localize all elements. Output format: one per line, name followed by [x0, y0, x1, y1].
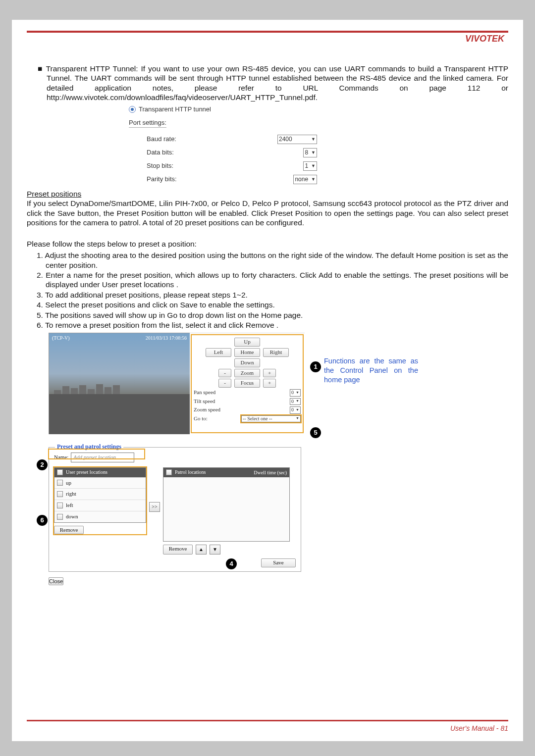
table-row[interactable]: up [54, 477, 146, 489]
preset-para: If you select DynaDome/SmartDOME, Lilin … [27, 199, 508, 227]
user-preset-table: User preset locations up right left down [54, 467, 146, 523]
paritybits-label: Parity bits: [147, 175, 177, 183]
zoom-in-button[interactable]: + [263, 369, 276, 378]
move-right-button[interactable]: >> [149, 502, 160, 512]
paritybits-select[interactable]: none▼ [293, 175, 317, 184]
baud-select[interactable]: 2400▼ [277, 135, 317, 144]
name-label: Name: [54, 454, 68, 461]
chevron-down-icon: ▼ [311, 137, 316, 142]
tilt-speed-label: Tilt speed [194, 398, 215, 405]
page-footer: User's Manual - 81 [450, 724, 508, 732]
stopbits-label: Stop bits: [147, 162, 173, 170]
databits-label: Data bits: [147, 149, 174, 156]
checkbox[interactable] [57, 514, 63, 520]
zoom-label: Zoom [234, 369, 260, 378]
up-button[interactable]: Up [234, 338, 260, 347]
chevron-down-icon: ▼ [296, 399, 299, 403]
chevron-down-icon: ▼ [296, 408, 299, 412]
tilt-speed-select[interactable]: 0▼ [290, 398, 301, 405]
patrol-table: Patrol locations Dwell time (sec) [163, 467, 290, 542]
chevron-down-icon: ▼ [311, 150, 316, 155]
pan-speed-select[interactable]: 0▼ [290, 389, 301, 397]
hdr-user-preset: User preset locations [66, 469, 107, 476]
step-2: 2. Enter a name for the preset position,… [46, 270, 508, 290]
checkbox[interactable] [57, 503, 63, 508]
hdr-dwell: Dwell time (sec) [254, 470, 287, 475]
left-button[interactable]: Left [206, 348, 231, 357]
panel-legend: Preset and patrol settings [55, 443, 123, 451]
zoom-out-button[interactable]: - [218, 369, 231, 378]
table-row[interactable]: right [54, 488, 146, 500]
port-settings-panel: Transparent HTTP tunnel Port settings: B… [129, 105, 317, 187]
step-4: 4. Select the preset positions and click… [46, 300, 508, 309]
table-row[interactable]: left [54, 500, 146, 511]
ptz-control-panel: Up Left Home Right Down - Zoom + - Focu [190, 333, 305, 434]
goto-select[interactable]: -- Select one --▼ [241, 415, 301, 423]
home-button[interactable]: Home [234, 348, 260, 357]
radio-label: Transparent HTTP tunnel [139, 105, 211, 113]
badge-2: 2 [37, 459, 48, 470]
annotation-note: Functions are the same as the Control Pa… [324, 356, 418, 385]
steps-intro: Please follow the steps below to preset … [27, 239, 508, 249]
port-settings-title: Port settings: [129, 119, 166, 128]
brand-title: VIVOTEK [27, 34, 508, 44]
checkbox[interactable] [57, 491, 63, 497]
step-6: 6. To remove a preset position from the … [46, 320, 508, 330]
checkbox-all-patrol[interactable] [166, 469, 172, 475]
stopbits-select[interactable]: 1▼ [303, 161, 317, 171]
goto-label: Go to: [194, 415, 208, 422]
badge-5: 5 [310, 427, 321, 438]
chevron-down-icon: ▼ [296, 416, 299, 421]
badge-6: 6 [37, 515, 48, 526]
databits-select[interactable]: 8▼ [303, 148, 317, 157]
zoom-speed-select[interactable]: 0▼ [290, 406, 301, 414]
move-up-button[interactable]: ▲ [196, 545, 207, 554]
osd-source: (TCP-V) [52, 335, 70, 342]
preset-heading: Preset positions [27, 189, 508, 199]
chevron-down-icon: ▼ [296, 391, 299, 395]
focus-in-button[interactable]: + [263, 379, 276, 388]
osd-timestamp: 2011/03/13 17:08:56 [146, 335, 187, 342]
zoom-speed-label: Zoom speed [194, 406, 220, 413]
pan-speed-label: Pan speed [194, 389, 215, 396]
chevron-down-icon: ▼ [311, 177, 316, 182]
save-button[interactable]: Save [261, 558, 296, 567]
right-button[interactable]: Right [263, 348, 289, 357]
video-preview: (TCP-V) 2011/03/13 17:08:56 [49, 333, 190, 434]
checkbox[interactable] [57, 480, 63, 486]
move-down-button[interactable]: ▼ [210, 545, 220, 554]
step-1: 1. Adjust the shooting area to the desir… [46, 251, 508, 270]
step-5: 5. The positions saved will show up in G… [46, 310, 508, 320]
preset-patrol-panel: Preset and patrol settings Name: Add pre… [49, 447, 301, 572]
remove-patrol-button[interactable]: Remove [163, 545, 193, 554]
intro-para: ■ Transparent HTTP Tunnel: If you want t… [27, 64, 508, 102]
focus-label: Focus [234, 379, 260, 388]
hdr-patrol: Patrol locations [175, 469, 206, 476]
checkbox-all-preset[interactable] [57, 469, 63, 475]
step-3: 3. To add additional preset positions, p… [46, 290, 508, 300]
radio-transparent-http[interactable] [129, 106, 136, 113]
focus-out-button[interactable]: - [218, 379, 231, 388]
name-input[interactable]: Add preset location [71, 453, 134, 462]
down-button[interactable]: Down [234, 358, 260, 367]
remove-preset-button[interactable]: Remove [54, 526, 84, 535]
table-row[interactable]: down [54, 511, 146, 522]
close-button[interactable]: Close [49, 577, 63, 585]
baud-label: Baud rate: [147, 135, 176, 143]
chevron-down-icon: ▼ [311, 163, 316, 169]
